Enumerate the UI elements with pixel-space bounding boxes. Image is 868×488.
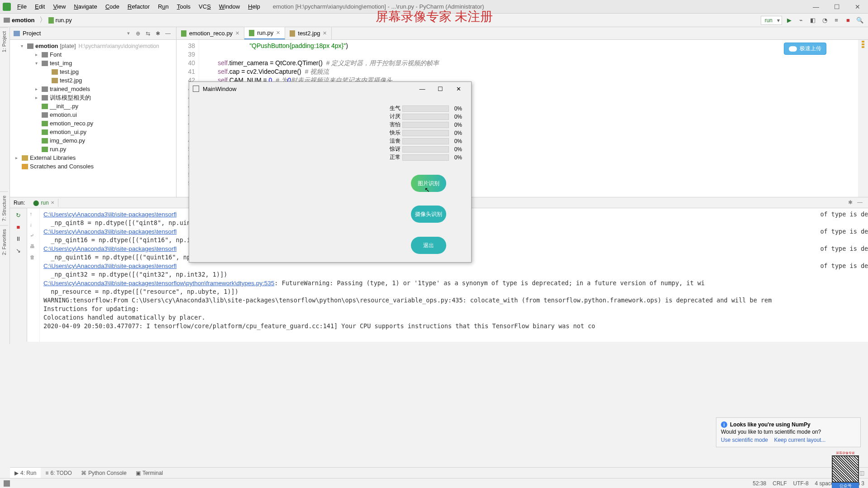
menu-window[interactable]: Window [215,1,243,12]
menu-vcs[interactable]: VCS [195,1,215,12]
menu-navigate[interactable]: Navigate [70,1,100,12]
coverage-button[interactable]: ◧ [808,16,817,25]
up-button[interactable]: ↑ [30,211,37,218]
emotion-percent: 0% [451,105,463,112]
print-button[interactable]: 🖶 [30,244,37,251]
bottom-tab-run[interactable]: ▶ 4: Run [10,468,41,478]
profile-button[interactable]: ◔ [820,16,829,25]
menu-run[interactable]: Run [154,1,172,12]
camera-recognize-button[interactable]: 摄像头识别 [411,206,446,223]
exit-button[interactable]: ↘ [14,246,23,254]
close-tab-icon[interactable]: ✕ [276,30,280,36]
menu-file[interactable]: File [14,1,30,12]
close-button[interactable]: ✕ [847,0,868,14]
close-tab-icon[interactable]: ✕ [235,30,239,36]
tree-item[interactable]: test2.jpg [10,76,176,85]
bottom-tab-todo[interactable]: ≡ 6: TODO [41,468,76,478]
popup-minimize-button[interactable]: — [413,83,431,95]
breadcrumb-project[interactable]: emotion [12,17,35,24]
qr-code-icon [832,455,859,483]
emotion-label: 惊讶 [388,145,401,153]
left-tab-structure[interactable]: 7: Structure [0,191,8,225]
editor-tab[interactable]: run.py✕ [244,27,285,39]
settings-icon[interactable]: ✱ [848,199,855,206]
rerun-button[interactable]: ↻ [14,211,23,219]
concurrency-button[interactable]: ≡ [832,16,841,25]
bottom-tab-terminal[interactable]: ▣ Terminal [131,468,167,478]
trash-button[interactable]: 🗑 [30,254,37,262]
stop-button[interactable]: ■ [14,223,23,231]
menu-view[interactable]: View [49,1,69,12]
breadcrumb-file[interactable]: run.py [56,17,72,24]
run-toolbar-2: ↑ ↓ ⤶ 🖶 🗑 [27,197,40,342]
menu-code[interactable]: Code [102,1,123,12]
tree-item[interactable]: emotion.ui [10,110,176,119]
hide-button[interactable]: — [163,29,172,38]
tree-item[interactable]: ▸Font [10,50,176,59]
close-tab-icon[interactable]: ✕ [51,200,54,205]
collapse-button[interactable]: ⇆ [143,29,153,38]
debug-button[interactable]: ⌁ [796,16,806,25]
tree-external-libs[interactable]: ▸ External Libraries [10,153,176,162]
project-header: Project ▾ ⊕ ⇆ ✱ — [10,27,176,40]
search-everywhere-button[interactable]: 🔍 [855,16,864,25]
tree-item[interactable]: emotion_ui.py [10,128,176,136]
emotion-row: 快乐0% [388,129,462,137]
left-tab-favorites[interactable]: 2: Favorites [0,225,8,258]
project-title: Project [23,30,127,37]
exit-button[interactable]: 退出 [411,237,446,254]
locate-button[interactable]: ⊕ [134,29,143,38]
caret-position[interactable]: 52:38 [753,480,766,487]
tree-scratches[interactable]: Scratches and Consoles [10,162,176,171]
keep-layout-link[interactable]: Keep current layout... [774,437,825,443]
tree-item[interactable]: __init__.py [10,102,176,110]
tree-item[interactable]: run.py [10,145,176,153]
popup-maximize-button[interactable]: ☐ [431,83,449,95]
upload-badge[interactable]: 极速上传 [784,43,826,55]
menu-help[interactable]: Help [244,1,264,12]
main-menu: File Edit View Navigate Code Refactor Ru… [14,1,264,12]
settings-icon[interactable]: ✱ [153,29,162,38]
event-log-icon[interactable]: ◫ [859,470,868,476]
run-config-selector[interactable]: run [761,16,782,25]
popup-close-button[interactable]: ✕ [449,83,467,95]
editor-tab[interactable]: emotion_reco.py✕ [176,27,244,39]
editor-tab[interactable]: test2.jpg✕ [285,27,332,39]
emotion-label: 害怕 [388,121,401,129]
pause-button[interactable]: ⏸ [14,234,23,243]
tree-item[interactable]: emotion_reco.py [10,119,176,128]
use-scientific-link[interactable]: Use scientific mode [721,437,768,443]
dropdown-icon[interactable]: ▾ [127,30,130,36]
hide-icon[interactable]: — [857,199,864,206]
popup-body: 生气0%讨厌0%害怕0%快乐0%沮丧0%惊讶0%正常0% 图片识别 摄像头识别 … [189,96,471,262]
qr-code-overlay: 屏幕录像专家 公众号 [832,451,859,485]
stop-button[interactable]: ■ [844,16,853,25]
run-toolbar-left: ↻ ■ ⏸ ↘ [10,197,27,342]
menu-tools[interactable]: Tools [173,1,194,12]
menu-refactor[interactable]: Refactor [124,1,153,12]
maximize-button[interactable]: ☐ [826,0,847,14]
run-button[interactable]: ▶ [785,16,794,25]
folder-icon [4,18,10,23]
tree-item[interactable]: ▾test_img [10,59,176,67]
minimize-button[interactable]: — [806,0,826,14]
tree-item[interactable]: img_demo.py [10,136,176,145]
wrap-button[interactable]: ⤶ [30,233,37,240]
down-button[interactable]: ↓ [30,222,37,229]
run-tab[interactable]: ⬤ run ✕ [29,199,58,207]
popup-titlebar: MainWindow — ☐ ✕ [189,82,471,96]
tree-item[interactable]: test.jpg [10,67,176,76]
line-separator[interactable]: CRLF [773,480,787,487]
emotion-percent: 0% [451,154,463,161]
close-tab-icon[interactable]: ✕ [323,30,327,36]
tree-root[interactable]: ▾ emotion [plate] H:\pycharm\xianyu\doin… [10,42,176,50]
tree-item[interactable]: ▸训练模型相关的 [10,93,176,102]
left-tab-project[interactable]: 1: Project [0,27,8,56]
bottom-tab-console[interactable]: ⌘ Python Console [76,468,131,478]
file-encoding[interactable]: UTF-8 [793,480,809,487]
project-tree[interactable]: ▾ emotion [plate] H:\pycharm\xianyu\doin… [10,40,176,197]
emotion-progress-bar [402,146,448,153]
tree-item[interactable]: ▸trained_models [10,85,176,93]
menu-edit[interactable]: Edit [31,1,48,12]
status-icon[interactable] [4,480,10,487]
